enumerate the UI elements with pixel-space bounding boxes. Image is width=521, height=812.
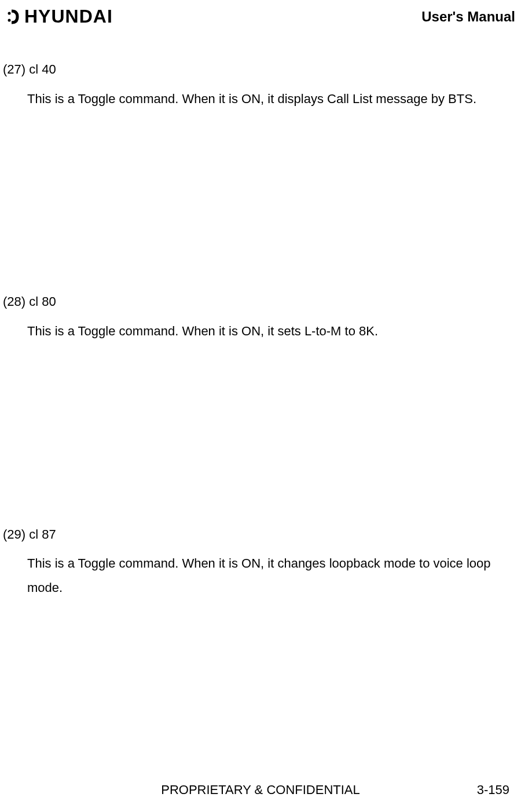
svg-point-1 <box>8 19 11 21</box>
section-27: (27) cl 40 This is a Toggle command. Whe… <box>3 58 515 111</box>
section-title: (28) cl 80 <box>3 290 515 313</box>
section-title: (27) cl 40 <box>3 58 515 81</box>
section-description: This is a Toggle command. When it is ON,… <box>3 551 515 600</box>
page-footer: PROPRIETARY & CONFIDENTIAL 3-159 <box>0 782 521 798</box>
hyundai-logo: HYUNDAI <box>6 6 113 27</box>
footer-center: PROPRIETARY & CONFIDENTIAL <box>127 782 394 798</box>
page-content: (27) cl 40 This is a Toggle command. Whe… <box>3 58 515 600</box>
page-header: HYUNDAI User's Manual <box>6 6 515 27</box>
logo-text: HYUNDAI <box>24 6 113 27</box>
section-description: This is a Toggle command. When it is ON,… <box>3 319 515 343</box>
section-title: (29) cl 87 <box>3 523 515 546</box>
manual-title: User's Manual <box>421 9 515 25</box>
section-29: (29) cl 87 This is a Toggle command. Whe… <box>3 523 515 600</box>
section-description: This is a Toggle command. When it is ON,… <box>3 87 515 111</box>
svg-point-0 <box>8 12 11 14</box>
hyundai-logo-icon <box>6 9 22 25</box>
section-28: (28) cl 80 This is a Toggle command. Whe… <box>3 290 515 343</box>
page-number: 3-159 <box>394 782 509 798</box>
